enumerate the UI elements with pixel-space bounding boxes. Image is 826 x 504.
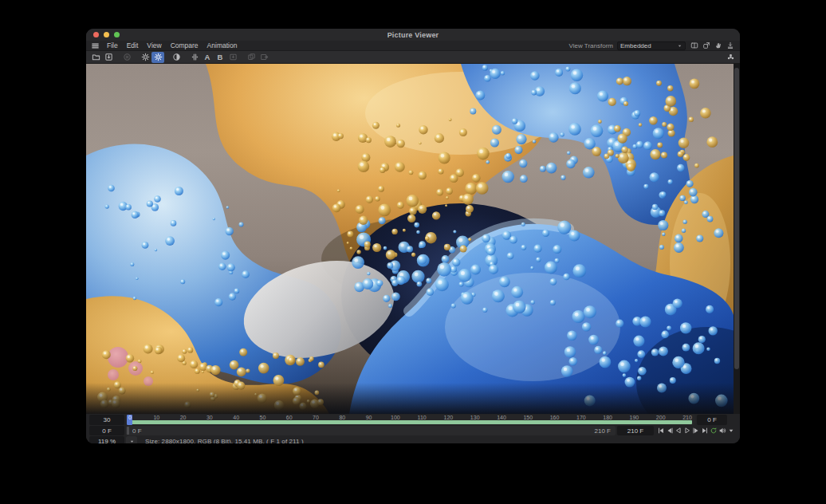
- detach-window-icon[interactable]: [702, 41, 711, 50]
- next-frame-button[interactable]: [692, 426, 700, 435]
- jump-to-end-button[interactable]: [701, 426, 709, 435]
- dual-view-icon[interactable]: [690, 41, 699, 50]
- ruler-tick-label: 200: [656, 415, 666, 421]
- range-end-field[interactable]: 210 F: [617, 426, 654, 435]
- previous-frame-button[interactable]: [666, 426, 674, 435]
- zoom-menu-button[interactable]: [126, 436, 137, 443]
- display-filter-gear-icon[interactable]: [151, 52, 164, 63]
- version-a-button[interactable]: A: [201, 52, 214, 63]
- ruler-tick-label: 170: [576, 415, 586, 421]
- menubar-right: View Transform Embedded: [569, 41, 735, 50]
- ruler-tick-label: 60: [286, 415, 293, 421]
- ruler-tick-label: 20: [180, 415, 187, 421]
- ruler-tick-label: 10: [153, 415, 159, 421]
- ruler-tick-label: 150: [523, 415, 533, 421]
- ruler-tick-label: 190: [630, 415, 639, 421]
- version-b-button[interactable]: B: [214, 52, 226, 63]
- range-slider[interactable]: 0 F 210 F: [126, 426, 616, 435]
- transport-controls: [655, 426, 737, 435]
- cancel-render-icon: [120, 52, 133, 63]
- sound-button[interactable]: [718, 426, 726, 435]
- range-end-label: 210 F: [595, 427, 611, 435]
- view-transform-value: Embedded: [620, 42, 651, 49]
- hamburger-icon[interactable]: [91, 41, 102, 50]
- ruler-tick-label: 180: [603, 415, 612, 421]
- rendered-image: [86, 64, 734, 414]
- toolbar-right: [724, 52, 737, 63]
- dock-window-icon[interactable]: [726, 41, 735, 50]
- menu-items: FileEditViewCompareAnimation: [107, 41, 237, 49]
- view-transform-select[interactable]: Embedded: [617, 41, 686, 50]
- toolbar-left: AB: [89, 52, 270, 63]
- vertical-scrollbar[interactable]: [734, 64, 740, 414]
- title-bar[interactable]: Picture Viewer: [86, 29, 740, 41]
- menu-bar: FileEditViewCompareAnimation View Transf…: [86, 41, 740, 51]
- playback-options-button[interactable]: [727, 426, 735, 435]
- ruler-tick-label: 100: [391, 415, 400, 421]
- menu-item[interactable]: View: [147, 41, 161, 49]
- ruler-tick-label: 120: [444, 415, 454, 421]
- loop-playback-button[interactable]: [710, 426, 718, 435]
- menu-item[interactable]: Edit: [127, 41, 139, 49]
- scrollbar-thumb[interactable]: [734, 68, 739, 369]
- frame-rate-field[interactable]: 30: [89, 415, 124, 425]
- window-title: Picture Viewer: [86, 31, 740, 39]
- gear-settings-icon[interactable]: [139, 52, 151, 63]
- status-row: 119 % Size: 2880x1800, RGB (8 Bit), 15.4…: [86, 436, 740, 443]
- play-backward-button[interactable]: [675, 426, 682, 435]
- menu-item[interactable]: Animation: [207, 41, 238, 49]
- swap-compare-icon: [258, 52, 270, 63]
- pan-hand-icon[interactable]: [714, 41, 723, 50]
- copy-compare-icon: [245, 52, 258, 63]
- timeline-ruler[interactable]: 0102030405060708090100110120130140150160…: [126, 415, 695, 425]
- current-frame-field[interactable]: 0 F: [697, 415, 727, 425]
- chevron-down-icon: [677, 43, 682, 49]
- timeline-ruler-row: 30 0102030405060708090100110120130140150…: [86, 415, 740, 425]
- header-icons: [690, 41, 735, 50]
- range-start-label: 0 F: [132, 427, 142, 435]
- ruler-tick-label: 130: [470, 415, 480, 421]
- range-start-field[interactable]: 0 F: [89, 426, 124, 435]
- ruler-tick-label: 90: [366, 415, 372, 421]
- ruler-tick-label: 210: [682, 415, 692, 421]
- open-folder-icon[interactable]: [89, 52, 102, 63]
- zoom-level-field[interactable]: 119 %: [89, 436, 124, 443]
- ruler-tick-label: 160: [550, 415, 560, 421]
- view-transform-label: View Transform: [569, 42, 613, 49]
- ruler-tick-label: 80: [339, 415, 345, 421]
- ruler-tick-label: 50: [260, 415, 266, 421]
- ruler-tick-label: 140: [497, 415, 506, 421]
- ruler-tick-label: 70: [313, 415, 319, 421]
- menu-item[interactable]: File: [107, 41, 118, 49]
- ruler-tick-label: 0: [128, 415, 132, 421]
- save-image-icon[interactable]: [102, 52, 115, 63]
- ab-split-compare-icon[interactable]: [188, 52, 201, 63]
- picture-viewer-window: Picture Viewer FileEditViewCompareAnimat…: [86, 29, 740, 443]
- jump-to-start-button[interactable]: [657, 426, 665, 435]
- timeline-range-row: 0 F 0 F 210 F 210 F: [86, 426, 740, 435]
- timeline-panel: 30 0102030405060708090100110120130140150…: [86, 414, 740, 443]
- contrast-compare-icon[interactable]: [170, 52, 183, 63]
- ruler-tick-label: 40: [233, 415, 239, 421]
- ruler-tick-label: 30: [206, 415, 213, 421]
- menu-item[interactable]: Compare: [171, 41, 199, 49]
- image-viewport[interactable]: [86, 64, 740, 414]
- ruler-tick-label: 110: [418, 415, 427, 421]
- set-compare-image-icon: [226, 52, 239, 63]
- toolbar: AB: [86, 51, 740, 64]
- range-slider-handle[interactable]: [127, 427, 129, 435]
- image-info-text: Size: 2880x1800, RGB (8 Bit), 15.41 MB, …: [139, 436, 737, 443]
- navigator-icon[interactable]: [724, 52, 737, 63]
- play-forward-button[interactable]: [683, 426, 691, 435]
